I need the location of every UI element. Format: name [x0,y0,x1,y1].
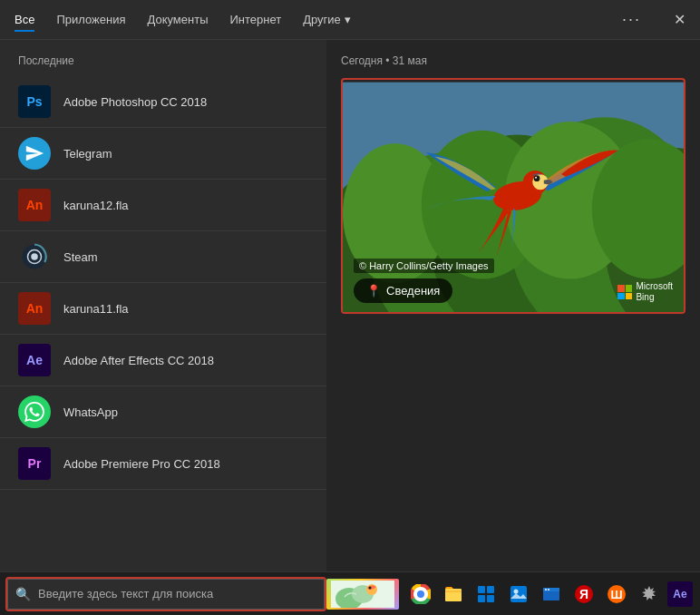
taskbar-icon-mail[interactable]: Ш [602,580,631,609]
svg-rect-29 [487,595,494,602]
info-button[interactable]: 📍 Сведения [354,278,452,303]
app-name-photoshop: Adobe Photoshop CC 2018 [63,95,207,109]
search-box[interactable]: 🔍 Введите здесь текст для поиска [7,579,325,610]
taskbar-icon-ae[interactable]: Ae [667,581,693,607]
svg-point-31 [514,589,519,593]
app-name-whatsapp: WhatsApp [63,405,118,419]
nav-item-other[interactable]: Другие ▾ [303,9,351,30]
taskbar-icon-files[interactable] [439,580,468,609]
search-placeholder-text: Введите здесь текст для поиска [38,587,213,600]
taskbar-bird-widget [326,579,399,610]
taskbar-icon-settings[interactable] [635,580,664,609]
list-item[interactable]: Pr Adobe Premiere Pro CC 2018 [0,438,326,490]
app-icon-whatsapp [18,395,51,428]
chevron-down-icon: ▾ [345,13,351,26]
svg-rect-26 [478,586,485,593]
svg-rect-28 [478,595,485,602]
search-icon: 🔍 [15,587,31,601]
list-item[interactable]: An karuna12.fla [0,180,326,231]
svg-text:Я: Я [579,587,588,601]
app-icon-photoshop: Ps [18,85,51,118]
taskbar-icon-windows[interactable] [472,580,501,609]
svg-point-17 [535,177,537,179]
list-item[interactable]: Telegram [0,128,326,180]
svg-rect-30 [510,586,527,602]
location-icon: 📍 [366,284,381,298]
nav-bar: Все Приложения Документы Интернет Другие… [0,0,700,40]
svg-rect-27 [487,586,494,593]
taskbar-icon-yandex[interactable]: Я [569,580,598,609]
app-icon-karuna11: An [18,292,51,325]
app-icon-steam [18,240,51,273]
copyright-text: © Harry Collins/Getty Images [354,259,494,273]
list-item[interactable]: WhatsApp [0,386,326,438]
close-button[interactable]: ✕ [674,11,685,28]
nav-item-internet[interactable]: Интернет [229,9,281,30]
svg-point-34 [545,589,547,591]
recent-apps-panel: Последние Ps Adobe Photoshop CC 2018 Tel… [0,40,326,571]
list-item[interactable]: An karuna11.fla [0,283,326,335]
news-date: Сегодня • 31 мая [341,54,685,67]
svg-point-2 [31,253,38,260]
taskbar-icon-explorer[interactable] [537,580,566,609]
list-item[interactable]: Ps Adobe Photoshop CC 2018 [0,76,326,128]
taskbar-icon-photos[interactable] [504,580,533,609]
taskbar-icons: Я Ш Ae [406,580,693,609]
main-content: Последние Ps Adobe Photoshop CC 2018 Tel… [0,40,700,571]
app-name-steam: Steam [63,250,98,264]
list-item[interactable]: Steam [0,231,326,283]
app-name-premiere: Adobe Premiere Pro CC 2018 [63,457,220,471]
nav-item-all[interactable]: Все [15,9,34,30]
taskbar-icon-chrome[interactable] [406,580,435,609]
svg-rect-25 [445,589,462,601]
svg-point-35 [548,589,549,591]
svg-point-16 [534,175,540,181]
bing-badge: Microsoft Bing [617,281,673,303]
svg-point-24 [417,591,424,598]
app-name-karuna11: karuna11.fla [63,302,129,316]
app-icon-premiere: Pr [18,447,51,480]
app-icon-karuna12: An [18,189,51,221]
app-icon-after-effects: Ae [18,344,51,376]
nav-more-button[interactable]: ··· [622,10,641,29]
app-name-telegram: Telegram [63,147,112,161]
news-card[interactable]: © Harry Collins/Getty Images 📍 Сведения … [341,78,685,314]
taskbar: 🔍 Введите здесь текст для поиска [0,571,700,615]
app-icon-telegram [18,137,51,170]
app-name-karuna12: karuna12.fla [63,199,129,212]
news-panel: Сегодня • 31 мая [326,40,700,571]
microsoft-logo [617,285,632,299]
svg-point-22 [369,586,372,589]
start-menu: Все Приложения Документы Интернет Другие… [0,0,700,571]
bing-text: Microsoft Bing [636,281,673,303]
recent-label: Последние [0,54,326,76]
nav-item-docs[interactable]: Документы [147,9,208,30]
nav-item-apps[interactable]: Приложения [56,9,125,30]
app-name-after-effects: Adobe After Effects CC 2018 [63,354,214,367]
list-item[interactable]: Ae Adobe After Effects CC 2018 [0,335,326,386]
svg-text:Ш: Ш [610,588,622,601]
